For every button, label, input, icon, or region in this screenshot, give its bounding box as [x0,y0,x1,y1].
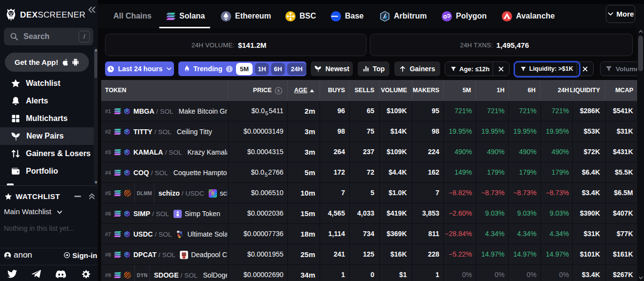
svg-text:R: R [126,212,128,215]
svg-text:R: R [126,171,128,174]
svg-text:R: R [126,130,128,133]
svg-text:R: R [126,150,128,154]
svg-text:$: $ [278,88,280,93]
svg-text:R: R [126,253,128,256]
svg-text:R: R [126,232,128,236]
svg-text:R: R [126,109,128,113]
